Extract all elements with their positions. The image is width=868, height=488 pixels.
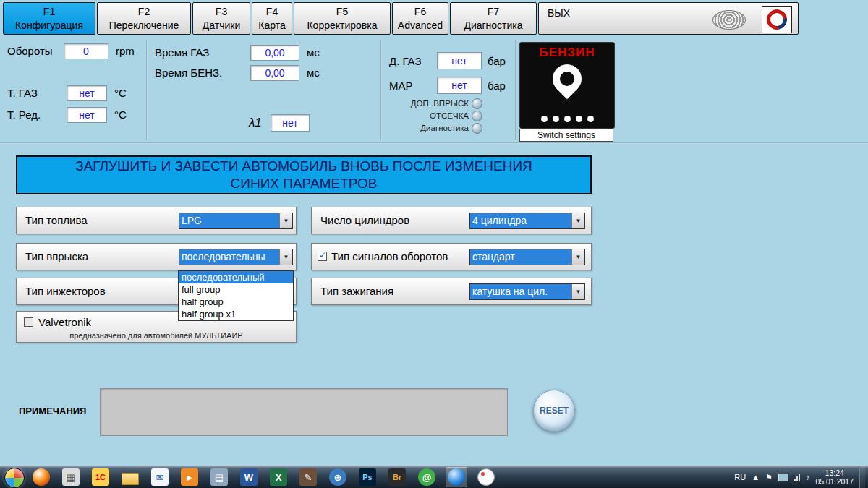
notes-textarea[interactable] — [100, 388, 508, 436]
app-window: F1 Конфигурация F2 Переключение F3 Датчи… — [0, 0, 868, 488]
tab-key: F1 — [43, 5, 55, 19]
1c-icon[interactable]: 1С — [90, 467, 111, 487]
cylinders-label: Число цилиндров — [320, 214, 409, 226]
gas-time-value: 0,00 — [250, 45, 299, 61]
shell-spiral-icon — [712, 10, 746, 30]
map-value: нет — [437, 77, 482, 94]
dropdown-option-half-group[interactable]: half group — [179, 296, 293, 308]
tab-key: F4 — [266, 5, 278, 19]
language-indicator[interactable]: RU — [734, 473, 746, 481]
rpm-label: Обороты — [7, 45, 53, 57]
tray-flag-icon[interactable]: ⚑ — [765, 473, 773, 482]
cylinders-value[interactable]: 4 цилиндра — [470, 213, 571, 228]
reducer-temp-value: нет — [67, 107, 107, 123]
palette-icon[interactable] — [475, 467, 497, 487]
dropdown-option-sequential[interactable]: последовательный — [179, 271, 293, 283]
tab-f6-advanced[interactable]: F6 Advanced — [392, 2, 448, 35]
tab-key: F2 — [138, 5, 150, 19]
rpm-unit: rpm — [116, 45, 135, 57]
cylinders-combobox[interactable]: 4 цилиндра ▼ — [469, 213, 585, 229]
tab-label: Датчики — [200, 19, 243, 33]
tab-f1-configuration[interactable]: F1 Конфигурация — [3, 2, 95, 35]
tab-label: Переключение — [106, 19, 182, 33]
tray-display-icon[interactable] — [778, 474, 788, 481]
petrol-time-unit: мс — [307, 67, 320, 79]
gas-temp-label: Т. ГАЗ — [7, 87, 38, 99]
word-icon[interactable]: W — [238, 467, 260, 487]
mail-icon[interactable]: ✉ — [149, 467, 171, 487]
tab-f5-correction[interactable]: F5 Корректировка — [294, 2, 391, 35]
gas-time-unit: мс — [307, 46, 320, 59]
tab-key: F5 — [336, 5, 348, 19]
gas-pressure-label: Д. ГАЗ — [389, 55, 422, 67]
injection-type-value[interactable]: последовательны — [179, 249, 279, 265]
brand-logo-icon[interactable] — [762, 6, 792, 33]
ignition-combobox[interactable]: катушка на цил. ▼ — [469, 283, 585, 300]
pen-icon[interactable]: ✎ — [297, 467, 319, 487]
bridge-icon[interactable]: Br — [386, 467, 408, 487]
tray-network-icon[interactable] — [794, 474, 800, 481]
excel-icon[interactable]: X — [268, 467, 289, 487]
fuel-type-value[interactable]: LPG — [179, 213, 279, 228]
chevron-down-icon[interactable]: ▼ — [279, 249, 292, 265]
chevron-down-icon[interactable]: ▼ — [571, 249, 584, 265]
rpm-signal-combobox[interactable]: стандарт ▼ — [469, 249, 585, 265]
reducer-temp-label: Т. Ред. — [7, 108, 41, 121]
cutoff-label: ОТСЕЧКА — [383, 111, 469, 120]
reset-button[interactable]: RESET — [533, 390, 575, 432]
ignition-value[interactable]: катушка на цил. — [470, 284, 571, 299]
ignition-panel: Тип зажигания катушка на цил. ▼ — [311, 278, 592, 305]
extra-injection-label: ДОП. ВПРЫСК — [383, 99, 469, 108]
fuel-mode-label: БЕНЗИН — [520, 46, 614, 60]
divider — [0, 142, 868, 144]
warning-banner: ЗАГЛУШИТЬ И ЗАВЕСТИ АВТОМОБИЛЬ ВНОВЬ ПОС… — [16, 155, 592, 194]
rpm-signal-label: Тип сигналов оборотов — [331, 250, 469, 262]
tab-f3-sensors[interactable]: F3 Датчики — [192, 2, 250, 35]
document-icon[interactable]: ▤ — [208, 467, 230, 487]
show-desktop-button[interactable] — [859, 466, 865, 488]
folder-icon[interactable] — [119, 467, 141, 487]
tab-label: Конфигурация — [12, 19, 86, 33]
petrol-time-label: Время БЕНЗ. — [155, 67, 222, 79]
start-button[interactable] — [4, 468, 25, 488]
switch-settings-button[interactable]: Switch settings — [519, 129, 613, 142]
tab-key: F7 — [488, 5, 499, 19]
lambda-value: нет — [271, 114, 310, 132]
red-ring-icon — [763, 6, 791, 34]
tab-label: Диагностика — [461, 19, 525, 33]
app-swirl-icon[interactable] — [446, 467, 467, 487]
fuel-type-combobox[interactable]: LPG ▼ — [179, 213, 293, 229]
injection-type-combobox[interactable]: последовательны ▼ — [179, 249, 293, 265]
dropdown-option-half-group-x1[interactable]: half group x1 — [179, 308, 293, 320]
dropdown-option-full-group[interactable]: full group — [179, 283, 293, 296]
injector-type-label: Тип инжекторов — [25, 285, 106, 297]
warning-line2: СИНИХ ПАРАМЕТРОВ — [231, 175, 378, 192]
system-tray: RU ▲ ⚑ ♪ 13:24 05.01.2017 — [734, 466, 868, 488]
chevron-down-icon[interactable]: ▼ — [571, 284, 584, 299]
rpm-signal-checkbox[interactable]: ✓ — [318, 252, 327, 261]
divider — [380, 40, 382, 140]
rpm-signal-value[interactable]: стандарт — [470, 249, 571, 265]
calculator-icon[interactable]: ▦ — [60, 467, 82, 487]
tray-volume-icon[interactable]: ♪ — [806, 473, 810, 481]
browser-orb-icon[interactable] — [30, 467, 52, 487]
at-icon[interactable]: @ — [416, 467, 438, 487]
photoshop-icon[interactable]: Ps — [357, 467, 378, 487]
globe-icon[interactable]: ⊕ — [327, 467, 349, 487]
tab-f7-diagnostics[interactable]: F7 Диагностика — [450, 2, 537, 35]
petrol-time-value: 0,00 — [250, 65, 299, 81]
ignition-label: Тип зажигания — [320, 285, 393, 297]
tray-up-arrow-icon[interactable]: ▲ — [752, 473, 760, 481]
tab-f2-switching[interactable]: F2 Переключение — [97, 2, 191, 35]
valvetronik-label: Valvetronik — [38, 316, 91, 328]
tab-f4-map[interactable]: F4 Карта — [252, 2, 292, 35]
chevron-down-icon[interactable]: ▼ — [571, 213, 584, 228]
media-player-icon[interactable]: ▶ — [179, 467, 200, 487]
tray-clock[interactable]: 13:24 05.01.2017 — [815, 468, 854, 486]
chevron-down-icon[interactable]: ▼ — [279, 213, 292, 228]
exit-button[interactable]: ВЫХ — [538, 2, 799, 35]
injection-type-dropdown-list: последовательный full group half group h… — [178, 270, 294, 321]
exit-label: ВЫХ — [548, 7, 570, 19]
divider — [515, 40, 516, 140]
valvetronik-checkbox[interactable] — [24, 317, 33, 327]
